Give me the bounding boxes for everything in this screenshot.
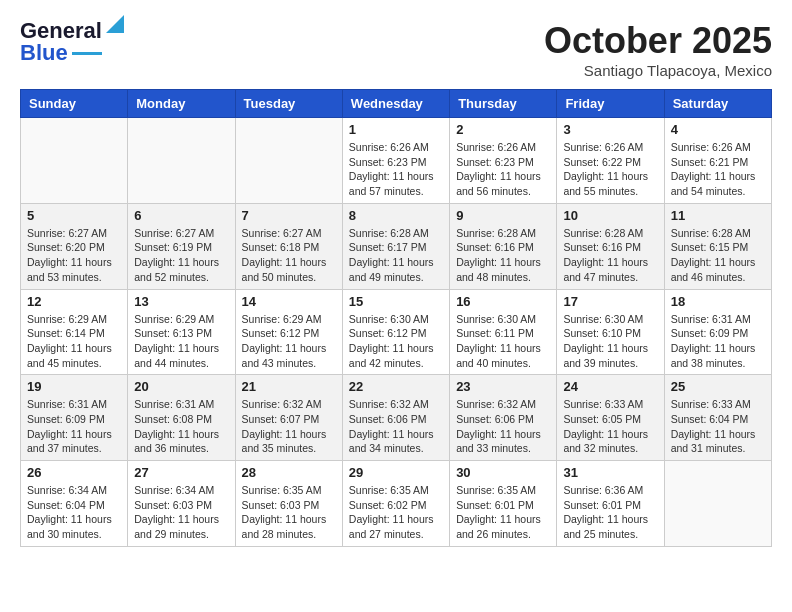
logo: General Blue xyxy=(20,20,124,64)
calendar-day-cell: 1Sunrise: 6:26 AMSunset: 6:23 PMDaylight… xyxy=(342,118,449,204)
day-number: 9 xyxy=(456,208,550,223)
day-info: Sunrise: 6:32 AMSunset: 6:07 PMDaylight:… xyxy=(242,397,336,456)
day-number: 30 xyxy=(456,465,550,480)
calendar-day-cell: 5Sunrise: 6:27 AMSunset: 6:20 PMDaylight… xyxy=(21,203,128,289)
day-info: Sunrise: 6:33 AMSunset: 6:05 PMDaylight:… xyxy=(563,397,657,456)
day-number: 11 xyxy=(671,208,765,223)
day-info: Sunrise: 6:35 AMSunset: 6:02 PMDaylight:… xyxy=(349,483,443,542)
day-info: Sunrise: 6:32 AMSunset: 6:06 PMDaylight:… xyxy=(456,397,550,456)
calendar-day-cell: 13Sunrise: 6:29 AMSunset: 6:13 PMDayligh… xyxy=(128,289,235,375)
day-number: 21 xyxy=(242,379,336,394)
calendar-day-cell: 15Sunrise: 6:30 AMSunset: 6:12 PMDayligh… xyxy=(342,289,449,375)
day-info: Sunrise: 6:27 AMSunset: 6:20 PMDaylight:… xyxy=(27,226,121,285)
calendar-header-row: SundayMondayTuesdayWednesdayThursdayFrid… xyxy=(21,90,772,118)
day-number: 14 xyxy=(242,294,336,309)
calendar-day-cell: 24Sunrise: 6:33 AMSunset: 6:05 PMDayligh… xyxy=(557,375,664,461)
calendar-day-cell: 22Sunrise: 6:32 AMSunset: 6:06 PMDayligh… xyxy=(342,375,449,461)
calendar-day-cell: 12Sunrise: 6:29 AMSunset: 6:14 PMDayligh… xyxy=(21,289,128,375)
calendar-day-cell: 28Sunrise: 6:35 AMSunset: 6:03 PMDayligh… xyxy=(235,461,342,547)
calendar-week-row: 12Sunrise: 6:29 AMSunset: 6:14 PMDayligh… xyxy=(21,289,772,375)
day-number: 27 xyxy=(134,465,228,480)
calendar-day-header: Wednesday xyxy=(342,90,449,118)
calendar-day-header: Saturday xyxy=(664,90,771,118)
day-number: 31 xyxy=(563,465,657,480)
calendar-day-cell xyxy=(21,118,128,204)
day-info: Sunrise: 6:26 AMSunset: 6:23 PMDaylight:… xyxy=(456,140,550,199)
day-number: 1 xyxy=(349,122,443,137)
day-info: Sunrise: 6:26 AMSunset: 6:22 PMDaylight:… xyxy=(563,140,657,199)
day-info: Sunrise: 6:27 AMSunset: 6:19 PMDaylight:… xyxy=(134,226,228,285)
calendar-day-cell xyxy=(235,118,342,204)
day-info: Sunrise: 6:31 AMSunset: 6:09 PMDaylight:… xyxy=(671,312,765,371)
day-number: 5 xyxy=(27,208,121,223)
calendar-day-cell: 19Sunrise: 6:31 AMSunset: 6:09 PMDayligh… xyxy=(21,375,128,461)
calendar-day-header: Friday xyxy=(557,90,664,118)
calendar-day-cell: 18Sunrise: 6:31 AMSunset: 6:09 PMDayligh… xyxy=(664,289,771,375)
day-number: 12 xyxy=(27,294,121,309)
calendar-day-header: Thursday xyxy=(450,90,557,118)
day-number: 8 xyxy=(349,208,443,223)
day-number: 20 xyxy=(134,379,228,394)
calendar-day-cell: 9Sunrise: 6:28 AMSunset: 6:16 PMDaylight… xyxy=(450,203,557,289)
day-info: Sunrise: 6:30 AMSunset: 6:10 PMDaylight:… xyxy=(563,312,657,371)
logo-blue: Blue xyxy=(20,42,68,64)
calendar-day-header: Sunday xyxy=(21,90,128,118)
calendar-day-cell: 6Sunrise: 6:27 AMSunset: 6:19 PMDaylight… xyxy=(128,203,235,289)
calendar-day-cell: 14Sunrise: 6:29 AMSunset: 6:12 PMDayligh… xyxy=(235,289,342,375)
day-info: Sunrise: 6:33 AMSunset: 6:04 PMDaylight:… xyxy=(671,397,765,456)
day-number: 15 xyxy=(349,294,443,309)
day-number: 10 xyxy=(563,208,657,223)
day-number: 7 xyxy=(242,208,336,223)
calendar-week-row: 5Sunrise: 6:27 AMSunset: 6:20 PMDaylight… xyxy=(21,203,772,289)
day-info: Sunrise: 6:28 AMSunset: 6:15 PMDaylight:… xyxy=(671,226,765,285)
day-info: Sunrise: 6:26 AMSunset: 6:21 PMDaylight:… xyxy=(671,140,765,199)
day-info: Sunrise: 6:32 AMSunset: 6:06 PMDaylight:… xyxy=(349,397,443,456)
day-number: 4 xyxy=(671,122,765,137)
calendar-day-cell: 29Sunrise: 6:35 AMSunset: 6:02 PMDayligh… xyxy=(342,461,449,547)
logo-general: General xyxy=(20,20,102,42)
calendar-week-row: 1Sunrise: 6:26 AMSunset: 6:23 PMDaylight… xyxy=(21,118,772,204)
day-number: 29 xyxy=(349,465,443,480)
day-number: 17 xyxy=(563,294,657,309)
calendar-day-cell: 21Sunrise: 6:32 AMSunset: 6:07 PMDayligh… xyxy=(235,375,342,461)
location: Santiago Tlapacoya, Mexico xyxy=(544,62,772,79)
day-number: 2 xyxy=(456,122,550,137)
day-info: Sunrise: 6:31 AMSunset: 6:08 PMDaylight:… xyxy=(134,397,228,456)
day-info: Sunrise: 6:34 AMSunset: 6:04 PMDaylight:… xyxy=(27,483,121,542)
day-info: Sunrise: 6:29 AMSunset: 6:14 PMDaylight:… xyxy=(27,312,121,371)
day-info: Sunrise: 6:35 AMSunset: 6:03 PMDaylight:… xyxy=(242,483,336,542)
calendar-day-cell: 10Sunrise: 6:28 AMSunset: 6:16 PMDayligh… xyxy=(557,203,664,289)
day-info: Sunrise: 6:31 AMSunset: 6:09 PMDaylight:… xyxy=(27,397,121,456)
calendar-day-cell: 3Sunrise: 6:26 AMSunset: 6:22 PMDaylight… xyxy=(557,118,664,204)
calendar-day-cell: 20Sunrise: 6:31 AMSunset: 6:08 PMDayligh… xyxy=(128,375,235,461)
calendar-day-cell xyxy=(128,118,235,204)
day-info: Sunrise: 6:29 AMSunset: 6:12 PMDaylight:… xyxy=(242,312,336,371)
page-header: General Blue October 2025 Santiago Tlapa… xyxy=(20,20,772,79)
day-number: 24 xyxy=(563,379,657,394)
calendar-week-row: 26Sunrise: 6:34 AMSunset: 6:04 PMDayligh… xyxy=(21,461,772,547)
calendar-day-cell xyxy=(664,461,771,547)
calendar-day-cell: 17Sunrise: 6:30 AMSunset: 6:10 PMDayligh… xyxy=(557,289,664,375)
calendar-day-cell: 2Sunrise: 6:26 AMSunset: 6:23 PMDaylight… xyxy=(450,118,557,204)
calendar-day-header: Tuesday xyxy=(235,90,342,118)
day-info: Sunrise: 6:36 AMSunset: 6:01 PMDaylight:… xyxy=(563,483,657,542)
calendar-day-cell: 16Sunrise: 6:30 AMSunset: 6:11 PMDayligh… xyxy=(450,289,557,375)
day-number: 13 xyxy=(134,294,228,309)
day-number: 22 xyxy=(349,379,443,394)
calendar-day-cell: 27Sunrise: 6:34 AMSunset: 6:03 PMDayligh… xyxy=(128,461,235,547)
day-info: Sunrise: 6:30 AMSunset: 6:11 PMDaylight:… xyxy=(456,312,550,371)
calendar-day-cell: 11Sunrise: 6:28 AMSunset: 6:15 PMDayligh… xyxy=(664,203,771,289)
calendar-day-cell: 23Sunrise: 6:32 AMSunset: 6:06 PMDayligh… xyxy=(450,375,557,461)
calendar-day-header: Monday xyxy=(128,90,235,118)
logo-arrow-icon xyxy=(106,15,124,33)
day-number: 16 xyxy=(456,294,550,309)
day-number: 25 xyxy=(671,379,765,394)
calendar-day-cell: 8Sunrise: 6:28 AMSunset: 6:17 PMDaylight… xyxy=(342,203,449,289)
calendar-day-cell: 7Sunrise: 6:27 AMSunset: 6:18 PMDaylight… xyxy=(235,203,342,289)
day-number: 28 xyxy=(242,465,336,480)
day-info: Sunrise: 6:26 AMSunset: 6:23 PMDaylight:… xyxy=(349,140,443,199)
calendar-day-cell: 25Sunrise: 6:33 AMSunset: 6:04 PMDayligh… xyxy=(664,375,771,461)
day-number: 6 xyxy=(134,208,228,223)
calendar-day-cell: 31Sunrise: 6:36 AMSunset: 6:01 PMDayligh… xyxy=(557,461,664,547)
day-info: Sunrise: 6:35 AMSunset: 6:01 PMDaylight:… xyxy=(456,483,550,542)
